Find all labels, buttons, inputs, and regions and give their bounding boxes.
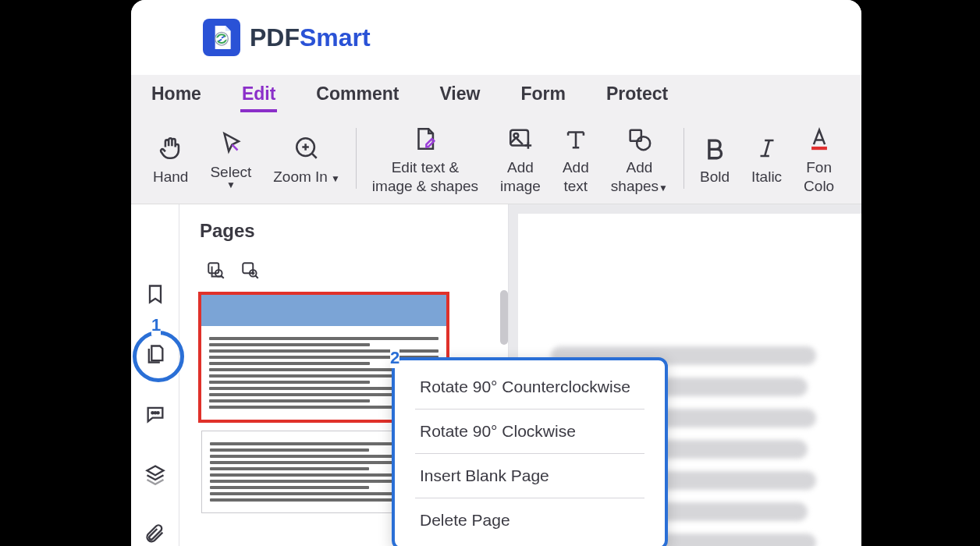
app-window: PDFSmart Home Edit Comment View Form Pro… xyxy=(131,0,861,546)
cursor-icon xyxy=(218,130,244,157)
svg-rect-2 xyxy=(510,129,528,145)
pages-zoom-in-icon[interactable] xyxy=(240,261,261,281)
menu-comment[interactable]: Comment xyxy=(314,79,400,109)
menu-view[interactable]: View xyxy=(438,79,481,109)
page-context-menu: Rotate 90° Counterclockwise Rotate 90° C… xyxy=(392,357,668,546)
tool-add-image[interactable]: Addimage xyxy=(489,112,552,204)
svg-point-5 xyxy=(637,136,651,150)
annotation-1: 1 xyxy=(151,315,161,335)
font-color-icon xyxy=(806,126,833,152)
menu-protect[interactable]: Protect xyxy=(605,79,669,109)
menubar: Home Edit Comment View Form Protect xyxy=(131,75,861,112)
sidebar-comments[interactable] xyxy=(140,402,171,427)
tool-bold[interactable]: Bold xyxy=(689,112,740,204)
shapes-icon xyxy=(626,126,652,152)
tool-edit-text-shapes[interactable]: Edit text &image & shapes xyxy=(361,112,489,204)
app-logo: PDFSmart xyxy=(203,19,371,56)
tool-italic[interactable]: Italic xyxy=(740,112,793,204)
bold-icon xyxy=(701,135,728,161)
menu-form[interactable]: Form xyxy=(519,79,567,109)
toolbar-separator xyxy=(356,128,357,189)
annotation-2: 2 xyxy=(390,348,399,368)
tool-select[interactable]: Select ▼ xyxy=(199,112,262,204)
tool-zoom-in[interactable]: Zoom In▼ xyxy=(262,112,351,204)
italic-icon xyxy=(754,135,780,161)
ctx-rotate-ccw[interactable]: Rotate 90° Counterclockwise xyxy=(395,367,665,407)
ctx-delete-page[interactable]: Delete Page xyxy=(395,500,665,541)
ctx-insert-blank[interactable]: Insert Blank Page xyxy=(395,456,665,496)
bookmark-icon xyxy=(144,283,166,305)
tool-add-text[interactable]: Addtext xyxy=(552,112,600,204)
thumbnail-header xyxy=(201,295,446,326)
menu-home[interactable]: Home xyxy=(150,79,203,109)
zoom-in-icon xyxy=(293,135,320,161)
paperclip-icon xyxy=(144,523,166,545)
pages-panel-title: Pages xyxy=(200,220,491,242)
sidebar-bookmarks[interactable] xyxy=(140,282,171,307)
hand-icon xyxy=(158,135,184,161)
app-title: PDFSmart xyxy=(250,23,371,52)
pages-panel-tools xyxy=(200,261,491,281)
svg-rect-4 xyxy=(630,129,641,140)
sidebar-layers[interactable] xyxy=(140,462,171,486)
svg-point-8 xyxy=(154,412,155,413)
svg-point-9 xyxy=(157,412,158,413)
chat-icon xyxy=(144,403,166,425)
tool-font-color[interactable]: FonColo xyxy=(793,112,845,204)
toolbar-separator xyxy=(684,128,684,189)
toolbar: Hand Select ▼ Zoom In▼ Edit text &image … xyxy=(131,112,861,204)
pages-zoom-out-icon[interactable] xyxy=(206,261,226,281)
titlebar: PDFSmart xyxy=(131,0,861,75)
svg-rect-12 xyxy=(243,263,253,273)
logo-icon xyxy=(203,19,240,56)
layers-icon xyxy=(144,463,166,485)
pages-scrollbar[interactable] xyxy=(500,290,508,345)
svg-rect-6 xyxy=(811,147,827,150)
sidebar-attachments[interactable] xyxy=(140,522,171,546)
ctx-rotate-cw[interactable]: Rotate 90° Clockwise xyxy=(395,411,665,452)
tool-hand[interactable]: Hand xyxy=(142,112,199,204)
edit-page-icon xyxy=(412,126,439,152)
image-plus-icon xyxy=(507,126,534,152)
svg-rect-10 xyxy=(208,263,218,273)
annotation-1-circle xyxy=(133,331,184,382)
tool-add-shapes[interactable]: Addshapes▼ xyxy=(600,112,679,204)
menu-edit[interactable]: Edit xyxy=(240,79,277,109)
svg-point-7 xyxy=(151,412,153,413)
text-icon xyxy=(563,126,589,152)
